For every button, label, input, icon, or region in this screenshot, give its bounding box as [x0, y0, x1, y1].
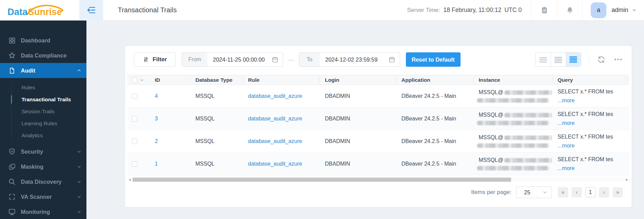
column-header-query[interactable]: Query [552, 75, 626, 85]
user-menu[interactable]: a admin [583, 2, 644, 18]
event-id-link[interactable]: 1 [155, 161, 158, 167]
date-to-input[interactable]: 2024-12-02 23:59:59 [320, 53, 388, 66]
collapse-menu-icon [87, 5, 96, 15]
row-select-cell [127, 107, 149, 130]
select-all-checkbox[interactable] [132, 77, 137, 83]
sidebar-subitem-learning-rules[interactable]: Learning Rules [0, 117, 86, 129]
calendar-icon[interactable] [272, 53, 283, 66]
row-checkbox[interactable] [132, 116, 137, 121]
login-value: DBADMIN [325, 138, 350, 144]
next-page-button[interactable]: › [599, 187, 609, 197]
event-id-link[interactable]: 3 [155, 116, 158, 122]
sidebar-item-masking[interactable]: Masking [0, 159, 86, 174]
cell-overflow [626, 130, 631, 152]
audit-trails-table: IDDatabase TypeRuleLoginApplicationInsta… [127, 75, 629, 175]
sidebar-collapse-button[interactable] [79, 0, 103, 21]
database-type-value: MSSQL [195, 161, 215, 167]
query-text: SELECT x.* FROM tes [558, 156, 613, 163]
scroll-right-arrow-icon[interactable]: ► [625, 177, 629, 182]
reset-to-default-button[interactable]: Reset to Default [406, 52, 461, 67]
more-options-button[interactable]: ••• [614, 56, 623, 63]
sidebar-item-dashboard[interactable]: Dashboard [0, 33, 86, 48]
cell-id: 2 [149, 130, 190, 152]
event-id-link[interactable]: 2 [155, 138, 158, 144]
rule-link[interactable]: database_audit_azure [248, 138, 302, 144]
logo-word-data: Data [8, 7, 28, 17]
cell-login: DBADMIN [319, 153, 396, 175]
last-page-button[interactable]: » [613, 187, 623, 197]
redacted-text [504, 90, 552, 95]
table-body: 4MSSQLdatabase_audit_azureDBADMINDBeaver… [127, 85, 629, 175]
sidebar-item-label: Security [21, 149, 43, 155]
sidebar-item-audit[interactable]: Audit [0, 63, 86, 78]
filter-button[interactable]: Filter [134, 52, 176, 67]
sidebar-subitem-rules[interactable]: Rules [0, 81, 86, 93]
density-medium-button[interactable] [551, 53, 566, 66]
rule-link[interactable]: database_audit_azure [248, 93, 302, 99]
horizontal-scrollbar[interactable]: ◄ ► [128, 177, 629, 182]
select-options-chevron-icon[interactable] [140, 78, 144, 82]
column-header-database-type[interactable]: Database Type [190, 75, 243, 85]
sidebar-item-monitoring[interactable]: Monitoring [0, 204, 86, 219]
table-toolbar: Filter From 2024-11-25 00:00:00 — To 202… [125, 46, 632, 67]
cell-application: DBeaver 24.2.5 - Main [396, 130, 473, 152]
query-more-link[interactable]: ...more [558, 165, 575, 171]
instance-prefix: MSSQL@ [479, 134, 503, 141]
row-checkbox[interactable] [132, 139, 137, 144]
main-content: Filter From 2024-11-25 00:00:00 — To 202… [86, 21, 644, 219]
density-dense-button[interactable] [566, 53, 581, 66]
rule-link[interactable]: database_audit_azure [248, 161, 302, 167]
chevron-down-icon [77, 210, 81, 214]
sidebar-item-data-discovery[interactable]: Data Discovery [0, 174, 86, 189]
server-time-value: 18 February, 11:00:12 [443, 7, 502, 14]
search-icon [8, 178, 16, 185]
sidebar-item-security[interactable]: Security [0, 144, 86, 159]
sidebar-item-va-scanner[interactable]: VA Scanner [0, 189, 86, 204]
rule-link[interactable]: database_audit_azure [248, 116, 302, 122]
column-header-application[interactable]: Application [396, 75, 473, 85]
sidebar-subitem-session-trails[interactable]: Session Trails [0, 105, 86, 117]
date-from-field: From 2024-11-25 00:00:00 [182, 52, 283, 67]
sidebar-subitem-analytics[interactable]: Analytics [0, 129, 86, 141]
sidebar-item-label: Dashboard [21, 37, 50, 44]
cell-id: 4 [149, 85, 190, 107]
query-more-link[interactable]: ...more [558, 120, 575, 126]
tasks-button[interactable] [532, 0, 557, 21]
query-more-link[interactable]: ...more [558, 98, 575, 104]
density-compact-button[interactable] [536, 53, 551, 66]
cell-application: DBeaver 24.2.5 - Main [396, 153, 473, 175]
database-type-value: MSSQL [195, 116, 215, 122]
app-logo[interactable]: Data Sunrise [0, 0, 79, 21]
date-from-input[interactable]: 2024-11-25 00:00:00 [207, 53, 272, 66]
current-page-button[interactable]: 1 [585, 187, 595, 197]
server-time-utc: UTC 0 [504, 7, 522, 14]
first-page-button[interactable]: « [558, 187, 568, 197]
cell-query: SELECT x.* FROM tes...more [552, 130, 626, 152]
login-value: DBADMIN [325, 93, 350, 99]
filter-sliders-icon [143, 56, 149, 63]
column-header-login[interactable]: Login [319, 75, 396, 85]
cell-application: DBeaver 24.2.5 - Main [396, 85, 473, 107]
notifications-button[interactable] [558, 0, 582, 21]
row-select-cell [127, 130, 149, 152]
row-checkbox[interactable] [132, 93, 137, 99]
cell-database-type: MSSQL [190, 153, 243, 175]
column-header-instance[interactable]: Instance [473, 75, 552, 85]
row-checkbox[interactable] [132, 161, 137, 167]
query-more-link[interactable]: ...more [558, 143, 575, 149]
prev-page-button[interactable]: ‹ [572, 187, 582, 197]
cell-rule: database_audit_azure [243, 107, 319, 130]
calendar-icon[interactable] [388, 53, 400, 66]
sidebar-item-data-compliance[interactable]: Data Compliance [0, 48, 86, 63]
logo-word-sunrise: Sunrise [28, 7, 62, 17]
scrollbar-thumb[interactable] [133, 178, 511, 182]
query-text: SELECT x.* FROM tes [558, 89, 613, 95]
refresh-button[interactable] [597, 55, 605, 64]
sidebar-subitem-transactional-trails[interactable]: Transactional Trails [0, 93, 86, 105]
cell-query: SELECT x.* FROM tes...more [552, 153, 626, 175]
items-per-page-select[interactable]: 25 [516, 186, 552, 198]
column-header-id[interactable]: ID [149, 75, 190, 85]
scroll-left-arrow-icon[interactable]: ◄ [128, 177, 132, 182]
column-header-rule[interactable]: Rule [243, 75, 319, 85]
event-id-link[interactable]: 4 [155, 93, 158, 99]
